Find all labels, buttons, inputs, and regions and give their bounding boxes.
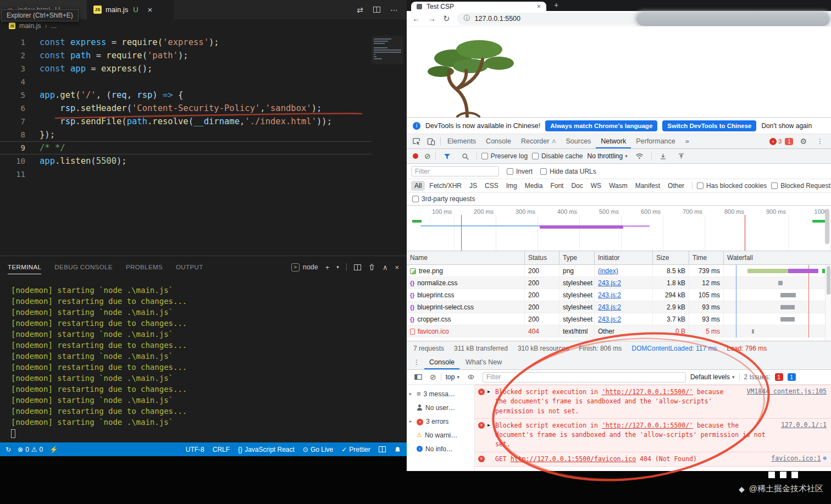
clear-network-log-icon[interactable]: ⊘ <box>424 152 431 160</box>
code-line[interactable]: 6 rsp.setHeader('Content-Security-Policy… <box>0 102 372 115</box>
code-line[interactable]: 3const app = express(); <box>0 62 372 75</box>
network-overview-timeline[interactable]: 100 ms200 ms300 ms400 ms500 ms600 ms700 … <box>407 206 831 251</box>
console-sidebar-icon[interactable] <box>411 373 425 381</box>
console-sidebar-item-no-info[interactable]: iNo info… <box>407 442 474 456</box>
network-conditions-icon[interactable] <box>632 153 647 159</box>
dont-show-again-button[interactable]: Don't show again <box>761 122 812 130</box>
close-panel-icon[interactable]: × <box>395 263 399 272</box>
console-sidebar-item-3-messa[interactable]: ▸≡3 messa… <box>407 387 474 401</box>
filter-chip-fetch-xhr[interactable]: Fetch/XHR <box>426 181 465 191</box>
expand-icon[interactable]: ▶ <box>487 423 492 428</box>
network-request-row[interactable]: {}blueprint-select.css200stylesheet243.j… <box>407 301 831 313</box>
code-line[interactable]: 7 rsp.sendFile(path.resolve(__dirname,'.… <box>0 115 372 128</box>
scrollbar[interactable] <box>825 265 831 341</box>
back-icon[interactable]: ← <box>412 14 420 23</box>
import-har-icon[interactable] <box>656 153 670 160</box>
filter-chip-js[interactable]: JS <box>466 181 480 191</box>
record-network-log-icon[interactable] <box>413 153 418 159</box>
third-party-checkbox[interactable] <box>412 196 419 202</box>
filter-chip-all[interactable]: All <box>411 181 425 191</box>
column-header-size[interactable]: Size <box>653 251 689 264</box>
console-error-message[interactable]: ×▶Blocked script execution in 'http://12… <box>475 385 831 419</box>
source-link[interactable]: favicon.ico:1 <box>771 455 821 462</box>
column-header-waterfall[interactable]: Waterfall <box>724 251 831 264</box>
reload-icon[interactable]: ↻ <box>443 14 450 24</box>
javascript-context-select[interactable]: top ▾ <box>446 373 459 381</box>
blocked-requests-toggle[interactable]: Blocked Requests <box>771 182 831 190</box>
close-tab-icon[interactable]: × <box>148 5 153 14</box>
search-icon[interactable] <box>458 153 472 160</box>
has-blocked-cookies-toggle[interactable]: Has blocked cookies <box>697 182 767 190</box>
scrollbar-thumb[interactable] <box>825 209 829 244</box>
issues-badge[interactable]: 1 <box>785 138 793 145</box>
issues-badge-blue[interactable]: 1 <box>788 373 796 381</box>
code-line[interactable]: 5app.get('/', (req, rsp) => { <box>0 88 372 102</box>
filter-chip-font[interactable]: Font <box>547 181 567 191</box>
kebab-menu-icon[interactable]: ⋮ <box>813 137 827 145</box>
code-line[interactable]: 2const path = require('path'); <box>0 49 372 62</box>
filter-chip-doc[interactable]: Doc <box>568 181 586 191</box>
code-line[interactable]: 4 <box>0 75 372 88</box>
devtools-tab-performance[interactable]: Performance <box>631 134 680 148</box>
request-initiator[interactable]: 243.js:2 <box>598 315 621 323</box>
column-header-initiator[interactable]: Initiator <box>595 251 653 264</box>
formatter-indicator[interactable]: ✓ Prettier <box>341 446 370 453</box>
task-rocket-icon[interactable]: ⚡ <box>49 446 58 453</box>
devtools-tab-network[interactable]: Network <box>596 134 631 148</box>
browser-tab[interactable]: Test CSP × <box>411 2 546 11</box>
network-filter-input[interactable] <box>411 166 499 176</box>
minimap[interactable] <box>372 36 403 64</box>
preserve-log-toggle[interactable]: Preserve log <box>481 152 528 160</box>
more-tabs-button[interactable]: » <box>680 134 694 148</box>
clear-console-icon[interactable]: ⊘ <box>430 373 436 381</box>
maximize-panel-icon[interactable]: ∧ <box>383 263 388 272</box>
devtools-tab-sources[interactable]: Sources <box>561 134 596 148</box>
match-language-button[interactable]: Always match Chrome's language <box>545 120 657 131</box>
blocked-requests-checkbox[interactable] <box>771 182 778 189</box>
panel-tab-output[interactable]: OUTPUT <box>176 261 203 274</box>
go-live-button[interactable]: ⊙ Go Live <box>303 446 333 453</box>
console-filter-input[interactable] <box>483 372 686 383</box>
panel-layout-icon[interactable] <box>379 446 386 452</box>
encoding-indicator[interactable]: UTF-8 <box>186 446 204 453</box>
inspect-element-icon[interactable] <box>409 137 424 146</box>
issues-badge-red[interactable]: 1 <box>775 373 783 381</box>
request-initiator[interactable]: 243.js:2 <box>598 303 621 311</box>
request-initiator[interactable]: (index) <box>598 267 618 275</box>
filter-chip-media[interactable]: Media <box>522 181 546 191</box>
scrollbar-thumb[interactable] <box>827 266 830 295</box>
source-link[interactable]: VM1844 content.js:105 <box>747 387 827 395</box>
console-prompt[interactable]: › <box>475 467 831 471</box>
devtools-tab-recorder[interactable]: Recorder⚠ <box>516 134 561 148</box>
has-blocked-cookies-checkbox[interactable] <box>697 182 703 189</box>
network-request-row[interactable]: tree.png200png(index)8.5 kB739 ms <box>407 265 831 277</box>
split-terminal-icon[interactable] <box>354 264 361 270</box>
expand-icon[interactable]: ▶ <box>487 389 492 394</box>
export-har-icon[interactable] <box>674 153 688 160</box>
console-error-message[interactable]: ×▶Blocked script execution in 'http://12… <box>475 419 831 452</box>
hide-data-urls-checkbox[interactable] <box>540 168 547 175</box>
request-initiator[interactable]: 243.js:2 <box>598 291 621 299</box>
request-initiator[interactable]: 243.js:2 <box>598 279 621 287</box>
devtools-tab-console[interactable]: Console <box>481 134 516 148</box>
issues-count-label[interactable]: 2 Issues: <box>744 373 771 381</box>
terminal-cursor[interactable] <box>11 429 15 438</box>
device-toolbar-icon[interactable] <box>424 137 439 146</box>
new-tab-button[interactable]: + <box>554 1 558 9</box>
eol-indicator[interactable]: CRLF <box>213 446 230 453</box>
close-tab-icon[interactable]: × <box>536 2 541 10</box>
globe-icon[interactable]: ⊕ <box>823 455 827 462</box>
console-error-message[interactable]: ×GET http://127.0.0.1:5500/favicon.ico 4… <box>475 452 831 467</box>
panel-tab-terminal[interactable]: TERMINAL <box>8 261 41 274</box>
live-expression-eye-icon[interactable] <box>464 374 478 380</box>
network-request-row[interactable]: favicon.ico404text/htmlOther0 B5 ms <box>407 325 831 337</box>
throttling-select[interactable]: No throttling ▾ <box>587 152 627 160</box>
console-sidebar-item-3-errors[interactable]: ▸×3 errors <box>407 414 474 428</box>
breadcrumb-symbol[interactable]: ... <box>51 22 57 30</box>
compare-changes-icon[interactable]: ⇄ <box>357 5 363 14</box>
invert-toggle[interactable]: Invert <box>507 168 533 175</box>
column-header-time[interactable]: Time <box>689 251 724 264</box>
devtools-tab-elements[interactable]: Elements <box>442 134 481 148</box>
filter-chip-manifest[interactable]: Manifest <box>632 181 663 191</box>
console-sidebar-item-no-user[interactable]: No user… <box>407 401 474 414</box>
